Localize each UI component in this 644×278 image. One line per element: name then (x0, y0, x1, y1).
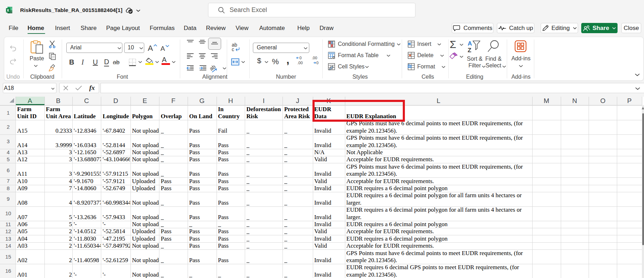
svg-text:0: 0 (316, 61, 318, 65)
svg-text:.00: .00 (297, 61, 303, 65)
svg-text:.00: .00 (312, 56, 317, 60)
svg-text:0: 0 (299, 56, 302, 60)
svg-text:Z: Z (468, 47, 471, 53)
svg-text:A: A (468, 40, 472, 47)
